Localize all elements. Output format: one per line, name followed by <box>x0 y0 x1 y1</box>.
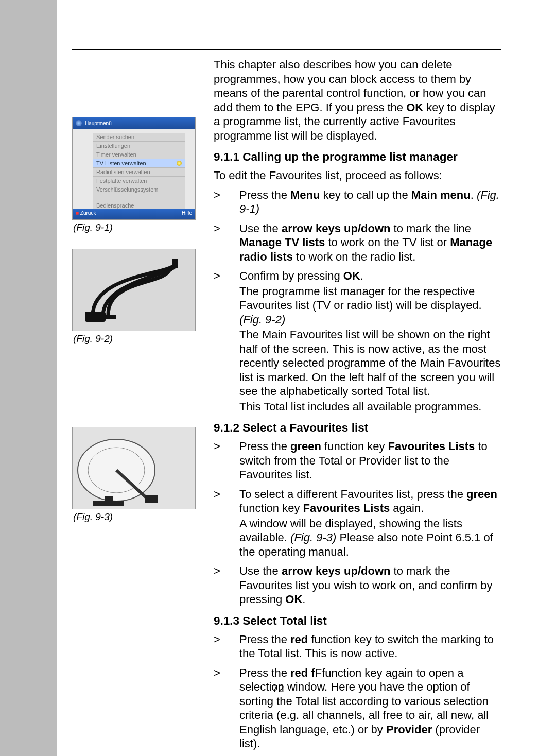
step-bullet: > <box>214 666 224 751</box>
step: > Press the Menu key to call up the Main… <box>214 188 501 216</box>
step: > Confirm by pressing OK. The programme … <box>214 269 501 414</box>
fig91-caption: (Fig. 9-1) <box>73 222 201 233</box>
dish-illustration-icon <box>73 429 176 509</box>
step-bullet: > <box>214 269 224 414</box>
heading-9-1-1: 9.1.1 Calling up the programme list mana… <box>214 150 501 164</box>
step: > Press the red fFfunction key again to … <box>214 666 501 751</box>
fig91-menu-panel: Sender suchen Einstellungen Timer verwal… <box>93 133 185 210</box>
manual-page: Hauptmenü Sender suchen Einstellungen Ti… <box>0 0 556 756</box>
svg-rect-7 <box>105 496 113 503</box>
fig91-titlebar: Hauptmenü <box>73 117 195 129</box>
step-body: Confirm by pressing OK. The programme li… <box>239 269 501 414</box>
svg-rect-2 <box>172 259 178 268</box>
fig91-menu-item: Festplatte verwalten <box>93 177 185 185</box>
ok-indicator-icon <box>177 161 182 166</box>
fig91-menu-item: Verschlüsselungssystem <box>93 185 185 194</box>
intro-paragraph: This chapter also describes how you can … <box>214 58 501 143</box>
cable-illustration-icon <box>77 254 190 326</box>
step-bullet: > <box>214 221 224 264</box>
menu-logo-icon <box>76 120 82 126</box>
fig91-footer: ■ Zurück Hilfe <box>73 209 195 219</box>
svg-rect-1 <box>106 315 116 319</box>
page-content: Hauptmenü Sender suchen Einstellungen Ti… <box>57 0 529 756</box>
fig93-caption: (Fig. 9-3) <box>73 511 201 523</box>
fig91-title: Hauptmenü <box>85 121 112 126</box>
top-rule <box>72 49 501 50</box>
step-body: To select a different Favourites list, p… <box>239 487 501 559</box>
sec911-lead: To edit the Favourites list, proceed as … <box>214 168 501 183</box>
step: > Press the red function key to switch t… <box>214 632 501 661</box>
step-bullet: > <box>214 439 224 482</box>
text-column: This chapter also describes how you can … <box>214 58 501 756</box>
step-bullet: > <box>214 632 224 661</box>
svg-rect-5 <box>145 495 158 503</box>
figures-column: Hauptmenü Sender suchen Einstellungen Ti… <box>72 58 201 756</box>
step-body: Use the arrow keys up/down to mark the F… <box>239 564 501 607</box>
fig91-help: Hilfe <box>182 210 192 218</box>
heading-9-1-2: 9.1.2 Select a Favourites list <box>214 421 501 435</box>
fig91-menu-item: Sender suchen <box>93 133 185 142</box>
page-number: 72 <box>0 682 556 695</box>
figure-9-1: Hauptmenü Sender suchen Einstellungen Ti… <box>72 117 196 220</box>
bottom-rule <box>72 680 501 680</box>
fig91-menu-item-highlighted: TV-Listen verwalten <box>93 159 185 168</box>
step-body: Press the red function key to switch the… <box>239 632 501 661</box>
fig91-menu-item: Einstellungen <box>93 142 185 150</box>
fig92-caption: (Fig. 9-2) <box>73 333 201 345</box>
step: > Use the arrow keys up/down to mark the… <box>214 564 501 607</box>
heading-9-1-3: 9.1.3 Select Total list <box>214 614 501 628</box>
step: > To select a different Favourites list,… <box>214 487 501 559</box>
figure-9-3 <box>72 427 196 509</box>
step-body: Use the arrow keys up/down to mark the l… <box>239 221 501 264</box>
step-bullet: > <box>214 487 224 559</box>
fig91-menu-item: Radiolisten verwalten <box>93 168 185 177</box>
figure-9-2 <box>72 249 196 331</box>
step-bullet: > <box>214 188 224 216</box>
step-body: Press the red fFfunction key again to op… <box>239 666 501 751</box>
step-bullet: > <box>214 564 224 607</box>
fig91-menu-item: Timer verwalten <box>93 150 185 159</box>
step: > Press the green function key Favourite… <box>214 439 501 482</box>
step: > Use the arrow keys up/down to mark the… <box>214 221 501 264</box>
step-body: Press the green function key Favourites … <box>239 439 501 482</box>
left-grey-margin <box>0 0 57 756</box>
step-body: Press the Menu key to call up the Main m… <box>239 188 501 216</box>
svg-rect-0 <box>85 312 106 322</box>
fig91-back: ■ Zurück <box>76 210 96 218</box>
